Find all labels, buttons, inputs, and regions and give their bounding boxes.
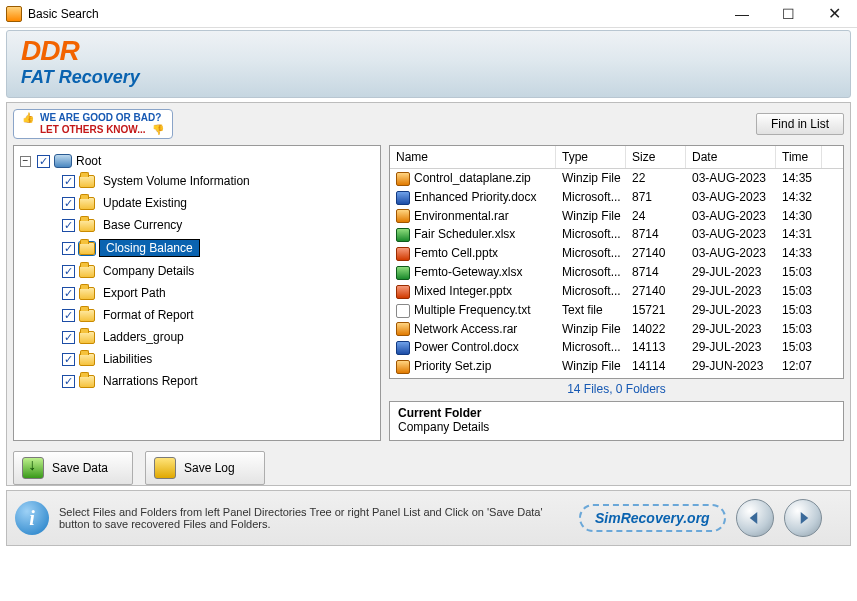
folder-icon [79, 287, 95, 300]
file-type: Winzip File [556, 320, 626, 339]
file-icon [396, 341, 410, 355]
checkbox[interactable] [62, 353, 75, 366]
col-name[interactable]: Name [390, 146, 556, 168]
file-icon [396, 172, 410, 186]
folder-icon [79, 331, 95, 344]
file-row[interactable]: Priority Set.zipWinzip File1411429-JUN-2… [390, 357, 843, 376]
checkbox[interactable] [62, 287, 75, 300]
find-in-list-button[interactable]: Find in List [756, 113, 844, 135]
file-name: Environmental.rar [414, 209, 509, 223]
maximize-button[interactable]: ☐ [765, 0, 811, 28]
file-icon [396, 304, 410, 318]
feedback-button[interactable]: 👍 WE ARE GOOD OR BAD? LET OTHERS KNOW...… [13, 109, 173, 139]
file-time: 15:03 [776, 320, 822, 339]
file-row[interactable]: Network Access.rarWinzip File1402229-JUL… [390, 320, 843, 339]
file-size: 871 [626, 188, 686, 207]
file-size: 14114 [626, 357, 686, 376]
collapse-icon[interactable]: − [20, 156, 31, 167]
tree-item-label: Liabilities [99, 351, 156, 367]
file-name: Mixed Integer.pptx [414, 284, 512, 298]
file-date: 29-JUL-2023 [686, 301, 776, 320]
file-row[interactable]: Mixed Integer.pptxMicrosoft...2714029-JU… [390, 282, 843, 301]
col-size[interactable]: Size [626, 146, 686, 168]
feedback-line2: LET OTHERS KNOW... [40, 124, 146, 135]
file-row[interactable]: Enhanced Priority.docxMicrosoft...87103-… [390, 188, 843, 207]
list-header: Name Type Size Date Time [390, 146, 843, 169]
file-name: Femto-Geteway.xlsx [414, 265, 522, 279]
folder-icon [79, 375, 95, 388]
tree-panel[interactable]: − Root System Volume InformationUpdate E… [13, 145, 381, 441]
checkbox[interactable] [62, 219, 75, 232]
file-row[interactable]: Femto Cell.pptxMicrosoft...2714003-AUG-2… [390, 244, 843, 263]
checkbox[interactable] [62, 309, 75, 322]
save-data-button[interactable]: Save Data [13, 451, 133, 485]
window-title: Basic Search [28, 7, 719, 21]
nav-forward-button[interactable] [784, 499, 822, 537]
file-row[interactable]: Fair Scheduler.xlsxMicrosoft...871403-AU… [390, 225, 843, 244]
file-icon [396, 247, 410, 261]
tree-item[interactable]: Narrations Report [18, 370, 376, 392]
file-size: 27140 [626, 282, 686, 301]
file-size: 14113 [626, 338, 686, 357]
file-type: Microsoft... [556, 225, 626, 244]
file-row[interactable]: Femto-Geteway.xlsxMicrosoft...871429-JUL… [390, 263, 843, 282]
file-time: 15:03 [776, 301, 822, 320]
file-time: 12:07 [776, 357, 822, 376]
tree-item[interactable]: Base Currency [18, 214, 376, 236]
list-wrap: Name Type Size Date Time Control_datapla… [389, 145, 844, 441]
col-date[interactable]: Date [686, 146, 776, 168]
arrow-left-icon [746, 509, 764, 527]
tree-root[interactable]: − Root [18, 152, 376, 170]
tree-item[interactable]: Company Details [18, 260, 376, 282]
col-time[interactable]: Time [776, 146, 822, 168]
tree-item[interactable]: System Volume Information [18, 170, 376, 192]
tree-item[interactable]: Update Existing [18, 192, 376, 214]
file-size: 8714 [626, 225, 686, 244]
tree-item-label: System Volume Information [99, 173, 254, 189]
tree-item-label: Company Details [99, 263, 198, 279]
checkbox[interactable] [62, 331, 75, 344]
checkbox[interactable] [37, 155, 50, 168]
header-banner: DDR FAT Recovery [6, 30, 851, 98]
file-type: Winzip File [556, 357, 626, 376]
tree-item[interactable]: Format of Report [18, 304, 376, 326]
close-button[interactable]: ✕ [811, 0, 857, 28]
file-type: Microsoft... [556, 338, 626, 357]
file-row[interactable]: Environmental.rarWinzip File2403-AUG-202… [390, 207, 843, 226]
current-folder-value: Company Details [398, 420, 835, 434]
file-type: Text file [556, 301, 626, 320]
tree-item[interactable]: Ladders_group [18, 326, 376, 348]
folder-icon [79, 265, 95, 278]
file-time: 14:32 [776, 188, 822, 207]
folder-icon [79, 175, 95, 188]
tree-item[interactable]: Closing Balance [18, 236, 376, 260]
save-icon [22, 457, 44, 479]
file-date: 29-JUN-2023 [686, 376, 776, 379]
tree-item[interactable]: Export Path [18, 282, 376, 304]
checkbox[interactable] [62, 175, 75, 188]
col-type[interactable]: Type [556, 146, 626, 168]
file-row[interactable]: Control_dataplane.zipWinzip File2203-AUG… [390, 169, 843, 188]
file-type: Text file [556, 376, 626, 379]
file-date: 03-AUG-2023 [686, 207, 776, 226]
file-row[interactable]: Quality Service.txtText file1404529-JUN-… [390, 376, 843, 379]
file-type: Microsoft... [556, 244, 626, 263]
file-row[interactable]: Multiple Frequency.txtText file1572129-J… [390, 301, 843, 320]
save-log-button[interactable]: Save Log [145, 451, 265, 485]
checkbox[interactable] [62, 265, 75, 278]
file-icon [396, 322, 410, 336]
checkbox[interactable] [62, 197, 75, 210]
tree-item[interactable]: Liabilities [18, 348, 376, 370]
file-row[interactable]: Power Control.docxMicrosoft...1411329-JU… [390, 338, 843, 357]
minimize-button[interactable]: — [719, 0, 765, 28]
nav-back-button[interactable] [736, 499, 774, 537]
checkbox[interactable] [62, 242, 75, 255]
folder-icon [79, 197, 95, 210]
footer-brand[interactable]: SimRecovery.org [579, 504, 726, 532]
file-list-panel[interactable]: Name Type Size Date Time Control_datapla… [389, 145, 844, 379]
top-row: 👍 WE ARE GOOD OR BAD? LET OTHERS KNOW...… [13, 109, 844, 139]
file-name: Priority Set.zip [414, 359, 491, 373]
file-time: 14:31 [776, 225, 822, 244]
product-name: FAT Recovery [21, 67, 836, 88]
checkbox[interactable] [62, 375, 75, 388]
